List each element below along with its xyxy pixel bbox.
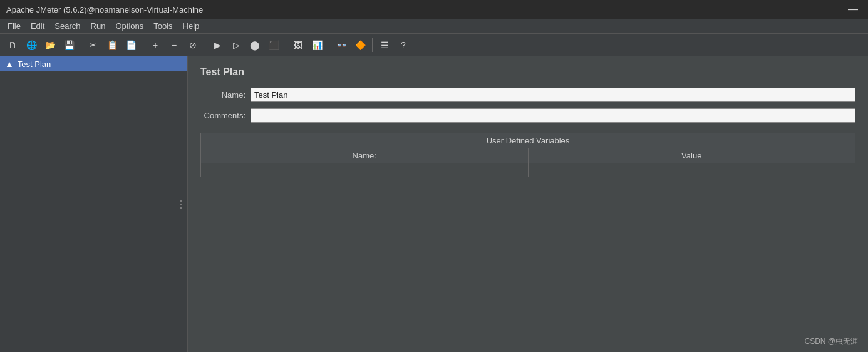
stop-icon[interactable]: ⬤ [246,36,264,54]
menu-item-file[interactable]: File [3,20,26,32]
new-icon[interactable]: 🗋 [4,36,21,54]
udv-col-name: Name: [201,148,529,163]
toolbar: 🗋🌐📂💾✂📋📄+−⊘▶▷⬤⬛🖼📊👓🔶☰? [0,34,868,56]
menu-item-edit[interactable]: Edit [26,20,49,32]
name-label: Name: [200,90,251,100]
toolbar-separator-10 [205,38,205,52]
panel-title: Test Plan [200,66,855,78]
toolbar-separator-18 [372,38,373,52]
menu-item-tools[interactable]: Tools [148,20,177,32]
save-icon[interactable]: 💾 [60,36,78,54]
menu-item-help[interactable]: Help [178,20,205,32]
udv-cell-value [528,163,855,177]
open-icon[interactable]: 🌐 [23,36,40,54]
menu-item-options[interactable]: Options [110,20,148,32]
comments-row: Comments: [200,108,855,123]
copy-icon[interactable]: 📋 [103,36,121,54]
name-row: Name: [200,88,855,102]
test-plan-icon: ▲ [5,59,14,69]
watermark: CSDN @虫无涯 [804,336,858,347]
right-panel: Test Plan Name: Comments: User Defined V… [188,56,868,352]
tree-item-label: Test Plan [18,60,51,69]
view-tree-icon[interactable]: 📊 [308,36,326,54]
add-icon[interactable]: + [147,36,164,54]
main-content: ▲ Test Plan ⋮ Test Plan Name: Comments: … [0,56,868,352]
paste-icon[interactable]: 📄 [122,36,140,54]
template-icon[interactable]: 🔶 [351,36,369,54]
window-controls: — [844,4,862,15]
toolbar-separator-4 [81,38,81,52]
minimize-button[interactable]: — [844,4,862,15]
udv-table: Name: Value [200,148,855,177]
udv-col-value: Value [528,148,855,163]
toolbar-separator-14 [286,38,286,52]
toggle-icon[interactable]: ⊘ [184,36,202,54]
menu-item-run[interactable]: Run [86,20,111,32]
resize-handle[interactable]: ⋮ [175,192,187,217]
menu-bar: FileEditSearchRunOptionsToolsHelp [0,19,868,34]
app-title: Apache JMeter (5.6.2)@noamanelson-Virtua… [6,5,203,14]
remove-icon[interactable]: − [165,36,183,54]
toolbar-separator-7 [143,38,143,52]
name-input[interactable] [251,88,855,102]
left-panel: ▲ Test Plan ⋮ [0,56,188,352]
udv-title: User Defined Variables [200,133,855,148]
remote-icon[interactable]: 👓 [333,36,350,54]
comments-label: Comments: [200,111,251,120]
udv-cell-name [201,163,529,177]
open-file-icon[interactable]: 📂 [41,36,59,54]
list-icon[interactable]: ☰ [376,36,393,54]
tree-item-test-plan[interactable]: ▲ Test Plan [0,56,187,71]
udv-empty-row [201,163,855,177]
cut-icon[interactable]: ✂ [85,36,102,54]
toolbar-separator-16 [329,38,329,52]
help-icon[interactable]: ? [395,36,412,54]
view-results-icon[interactable]: 🖼 [289,36,307,54]
run-selected-icon[interactable]: ▷ [227,36,245,54]
shutdown-icon[interactable]: ⬛ [265,36,282,54]
comments-input[interactable] [251,108,855,123]
run-icon[interactable]: ▶ [209,36,226,54]
udv-section: User Defined Variables Name: Value [200,133,855,177]
title-bar: Apache JMeter (5.6.2)@noamanelson-Virtua… [0,0,868,19]
menu-item-search[interactable]: Search [49,20,85,32]
